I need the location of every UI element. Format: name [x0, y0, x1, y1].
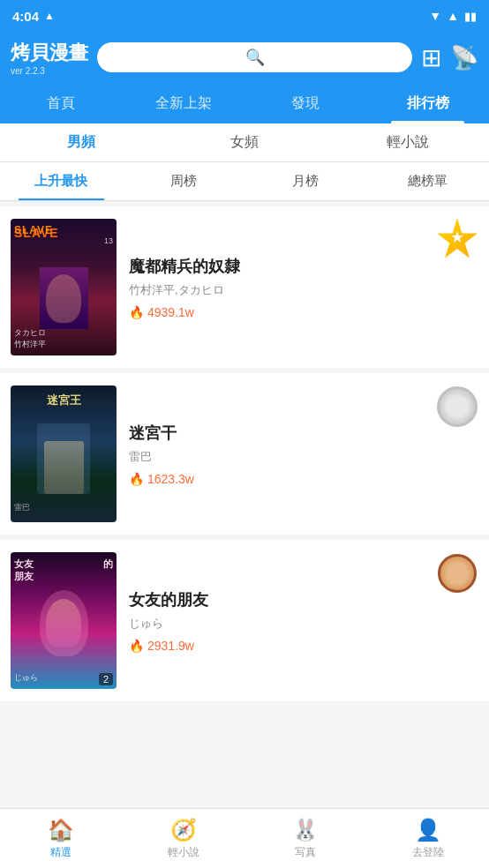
search-bar[interactable]: 🔍: [97, 42, 412, 72]
rank-badge-2: [436, 385, 478, 428]
app-title: 烤貝漫畫: [11, 40, 88, 66]
bottom-nav-login[interactable]: 👤 去登陸: [367, 809, 490, 868]
sub-tabs-gender: 男頻 女頻 輕小說: [0, 123, 489, 162]
list-item[interactable]: 迷宮王 雷巴 迷宮干 雷巴 🔥 1623.3w: [0, 373, 489, 535]
content-area: 男頻 女頻 輕小說 上升最快 周榜 月榜 總榜單 SLAVE 13 タカヒロ竹村…: [0, 123, 489, 774]
compass-icon: 🧭: [170, 818, 197, 842]
manga-author-3: じゅら: [129, 616, 478, 632]
bottom-label-photo: 写真: [295, 845, 316, 860]
list-item[interactable]: 女友朋友 的 じゅら 2 女友的朋友 じゅら 🔥 2931.9w: [0, 540, 489, 701]
manga-stats-2: 🔥 1623.3w: [129, 472, 478, 486]
manga-title-1: 魔都精兵的奴隸: [129, 256, 478, 277]
app-version: ver 2.2.3: [11, 66, 88, 76]
subtab-light[interactable]: 輕小說: [326, 123, 489, 161]
manga-views-3: 2931.9w: [147, 639, 194, 653]
manga-stats-1: 🔥 4939.1w: [129, 305, 478, 319]
person-icon: 👤: [415, 818, 441, 842]
subtab-male[interactable]: 男頻: [0, 123, 163, 161]
subtab-female[interactable]: 女頻: [163, 123, 327, 161]
manga-title-3: 女友的朋友: [129, 589, 478, 610]
subtab-rising[interactable]: 上升最快: [0, 162, 123, 200]
manga-title-2: 迷宮干: [129, 423, 478, 444]
manga-author-1: 竹村洋平,タカヒロ: [129, 282, 478, 298]
wifi-icon: ▼: [429, 9, 441, 23]
cover-1-label: SLAVE: [14, 224, 53, 236]
signal-icon: ▲: [447, 9, 459, 23]
search-icon: 🔍: [245, 48, 265, 67]
status-bar: 4:04 ▲ ▼ ▲ ▮▮: [0, 0, 489, 32]
manga-info-2: 迷宮干 雷巴 🔥 1623.3w: [129, 423, 478, 486]
subtab-weekly[interactable]: 周榜: [123, 162, 245, 200]
manga-cover-1: SLAVE 13 タカヒロ竹村洋平: [11, 219, 117, 355]
bottom-nav-photo[interactable]: 🐰 写真: [244, 809, 367, 868]
fire-icon-3: 🔥: [129, 639, 144, 653]
manga-cover-2: 迷宮王 雷巴: [11, 385, 117, 522]
manga-stats-3: 🔥 2931.9w: [129, 639, 478, 653]
app-header: 烤貝漫畫 ver 2.2.3 🔍 ⊞ 📡: [0, 32, 489, 83]
rank-bronze-icon: [438, 554, 477, 593]
subtab-monthly[interactable]: 月榜: [244, 162, 367, 200]
manga-info-1: 魔都精兵的奴隸 竹村洋平,タカヒロ 🔥 4939.1w: [129, 256, 478, 319]
manga-views-1: 4939.1w: [147, 305, 194, 319]
tab-ranking[interactable]: 排行榜: [367, 83, 490, 123]
home-icon: 🏠: [48, 818, 74, 842]
fire-icon-2: 🔥: [129, 472, 144, 486]
manga-author-2: 雷巴: [129, 449, 478, 465]
gamepad-icon[interactable]: ⊞: [421, 43, 441, 72]
bottom-label-lightnovel: 輕小說: [168, 845, 199, 860]
list-item[interactable]: SLAVE 13 タカヒロ竹村洋平 魔都精兵的奴隸 竹村洋平,タカヒロ 🔥 49…: [0, 206, 489, 368]
manga-cover-3: 女友朋友 的 じゅら 2: [11, 552, 117, 689]
rank-badge-1: ★: [436, 219, 478, 261]
manga-list: SLAVE 13 タカヒロ竹村洋平 魔都精兵的奴隸 竹村洋平,タカヒロ 🔥 49…: [0, 203, 489, 710]
tab-home[interactable]: 首頁: [0, 83, 123, 123]
fire-icon-1: 🔥: [129, 305, 144, 319]
rank-silver-icon: [437, 386, 478, 427]
wireless-icon[interactable]: 📡: [450, 44, 478, 71]
app-branding: 烤貝漫畫 ver 2.2.3: [11, 40, 88, 76]
cover-3-badge: 2: [99, 673, 113, 685]
nav-tabs: 首頁 全新上架 發現 排行榜: [0, 83, 489, 123]
header-icons: ⊞ 📡: [421, 43, 478, 72]
rank-badge-3: [436, 552, 478, 595]
tab-new[interactable]: 全新上架: [123, 83, 245, 123]
manga-views-2: 1623.3w: [147, 472, 194, 486]
rank-gold-icon: ★: [436, 218, 478, 262]
bottom-label-featured: 精選: [50, 845, 71, 860]
bottom-nav-featured[interactable]: 🏠 精選: [0, 809, 123, 868]
sub-tabs-period: 上升最快 周榜 月榜 總榜單: [0, 162, 489, 201]
tab-discover[interactable]: 發現: [244, 83, 367, 123]
status-location-icon: ▲: [44, 10, 55, 22]
manga-info-3: 女友的朋友 じゅら 🔥 2931.9w: [129, 589, 478, 653]
subtab-all[interactable]: 總榜單: [367, 162, 490, 200]
rabbit-icon: 🐰: [292, 818, 319, 842]
battery-icon: ▮▮: [464, 10, 477, 23]
bottom-nav: 🏠 精選 🧭 輕小說 🐰 写真 👤 去登陸: [0, 808, 489, 868]
bottom-label-login: 去登陸: [412, 845, 444, 860]
status-time: 4:04: [12, 9, 39, 24]
bottom-nav-lightnovel[interactable]: 🧭 輕小說: [123, 809, 245, 868]
